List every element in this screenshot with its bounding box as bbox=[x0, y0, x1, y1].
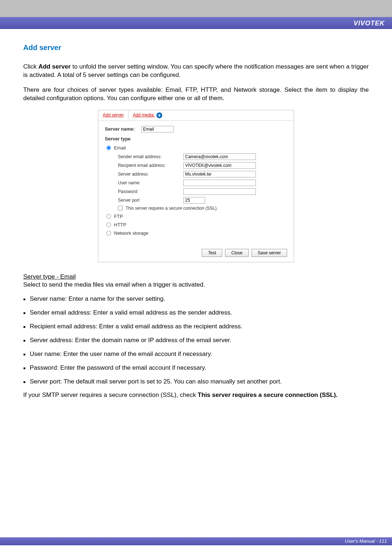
add-media-arrow-icon: ▾ bbox=[156, 112, 162, 118]
bullet-item: Server port: The default mail server por… bbox=[23, 378, 369, 386]
intro-paragraph-1: Click Add server to unfold the server se… bbox=[23, 63, 369, 79]
label-ssl: This server requires a secure connection… bbox=[126, 206, 218, 211]
radio-network-storage[interactable] bbox=[106, 231, 111, 235]
radio-row-email: Email bbox=[105, 145, 287, 151]
radio-http[interactable] bbox=[106, 222, 111, 227]
radio-ftp-label: FTP bbox=[114, 214, 123, 219]
tab-add-media[interactable]: Add media ▾ bbox=[128, 110, 167, 120]
panel-body: Server name: Server type Email Sender em… bbox=[98, 121, 294, 244]
label-port: Server port bbox=[118, 198, 183, 203]
radio-http-label: HTTP bbox=[114, 222, 126, 227]
closing-pre: If your SMTP server requires a secure co… bbox=[23, 391, 198, 398]
intro-p1-bold: Add server bbox=[38, 63, 71, 70]
row-server-address: Server address: bbox=[118, 171, 287, 177]
row-ssl: This server requires a secure connection… bbox=[118, 206, 287, 211]
radio-ftp[interactable] bbox=[106, 214, 111, 219]
server-name-input[interactable] bbox=[141, 126, 174, 132]
radio-row-network-storage: Network storage bbox=[105, 230, 287, 236]
label-username: User name: bbox=[118, 180, 183, 185]
test-button[interactable]: Test bbox=[202, 249, 222, 257]
row-password: Password: bbox=[118, 188, 287, 195]
radio-row-http: HTTP bbox=[105, 222, 287, 227]
tab-add-server[interactable]: Add server bbox=[98, 110, 128, 120]
input-recipient[interactable] bbox=[183, 162, 256, 169]
intro-p1-pre: Click bbox=[23, 63, 38, 70]
email-fields: Sender email address: Recipient email ad… bbox=[118, 153, 287, 204]
save-server-button[interactable]: Save server bbox=[252, 249, 287, 257]
server-name-label: Server name: bbox=[105, 126, 141, 132]
radio-row-ftp: FTP bbox=[105, 214, 287, 219]
bullet-item: Sender email address: Enter a valid emai… bbox=[23, 309, 369, 317]
label-server-address: Server address: bbox=[118, 172, 183, 177]
intro-p1-post: to unfold the server setting window. You… bbox=[23, 63, 369, 78]
closing-bold: This server requires a secure connection… bbox=[198, 391, 338, 398]
page-footer: User's Manual - 111 bbox=[0, 537, 392, 545]
bullet-item: Password: Enter the password of the emai… bbox=[23, 364, 369, 372]
close-button[interactable]: Close bbox=[225, 249, 249, 257]
panel-wrap: Add server Add media ▾ Server name: Serv… bbox=[23, 110, 369, 262]
closing-paragraph: If your SMTP server requires a secure co… bbox=[23, 391, 369, 399]
section-title: Add server bbox=[23, 44, 369, 52]
bullet-list: Server name: Enter a name for the server… bbox=[23, 295, 369, 386]
input-server-address[interactable] bbox=[183, 171, 256, 177]
server-name-row: Server name: bbox=[105, 126, 287, 132]
radio-email-label: Email bbox=[114, 145, 126, 151]
bullet-item: Recipient email address: Enter a valid e… bbox=[23, 323, 369, 331]
row-sender: Sender email address: bbox=[118, 153, 287, 160]
input-username[interactable] bbox=[183, 180, 256, 186]
bullet-item: Server address: Enter the domain name or… bbox=[23, 336, 369, 344]
radio-email[interactable] bbox=[106, 145, 111, 150]
panel-tabs: Add server Add media ▾ bbox=[98, 110, 294, 121]
label-password: Password: bbox=[118, 189, 183, 194]
server-type-email-subtext: Select to send the media files via email… bbox=[23, 281, 369, 288]
page-content: Add server Click Add server to unfold th… bbox=[0, 29, 392, 554]
bullet-item: Server name: Enter a name for the server… bbox=[23, 295, 369, 303]
server-type-email-subhead: Server type - Email bbox=[23, 273, 369, 280]
label-sender: Sender email address: bbox=[118, 154, 183, 159]
server-type-heading: Server type bbox=[105, 136, 287, 141]
input-sender[interactable] bbox=[183, 153, 256, 160]
input-password[interactable] bbox=[183, 188, 256, 195]
panel-buttons: Test Close Save server bbox=[98, 244, 294, 262]
row-recipient: Recipient email address: bbox=[118, 162, 287, 169]
intro-paragraph-2: There are four choices of server types a… bbox=[23, 86, 369, 103]
radio-network-storage-label: Network storage bbox=[114, 230, 148, 236]
input-port[interactable] bbox=[183, 197, 205, 204]
row-port: Server port bbox=[118, 197, 287, 204]
label-recipient: Recipient email address: bbox=[118, 163, 183, 168]
checkbox-ssl[interactable] bbox=[118, 206, 123, 210]
bullet-item: User name: Enter the user name of the em… bbox=[23, 350, 369, 358]
tab-add-media-label: Add media bbox=[133, 112, 154, 118]
server-settings-panel: Add server Add media ▾ Server name: Serv… bbox=[98, 110, 294, 262]
brand-label: VIVOTEK bbox=[354, 20, 385, 27]
header-bar: VIVOTEK bbox=[0, 17, 392, 29]
footer-text: User's Manual - 111 bbox=[345, 538, 387, 544]
row-username: User name: bbox=[118, 180, 287, 186]
